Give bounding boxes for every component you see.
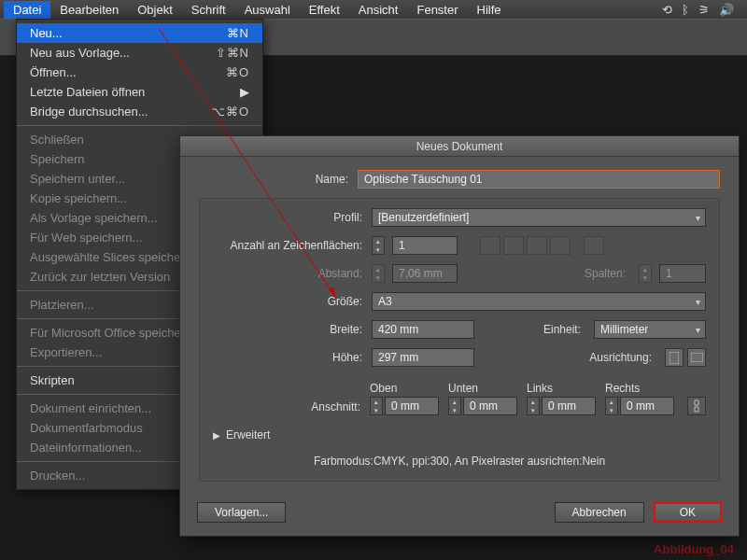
columns-stepper <box>639 264 652 283</box>
bleed-link-icon[interactable] <box>687 397 706 415</box>
menu-shortcut: ⌘N <box>227 26 249 40</box>
bleed-left-header: Links <box>527 382 596 395</box>
menu-objekt[interactable]: Objekt <box>128 1 182 19</box>
dialog-title: Neues Dokument <box>180 136 739 157</box>
cancel-button[interactable]: Abbrechen <box>555 502 644 523</box>
figure-caption: Abbildung_04 <box>654 542 734 556</box>
mode-summary: Farbmodus:CMYK, ppi:300, An Pixelraster … <box>213 455 706 468</box>
menu-bearbeiten[interactable]: Bearbeiten <box>50 1 128 19</box>
menu-item[interactable]: Bridge durchsuchen...⌥⌘O <box>17 102 262 121</box>
artboard-grid-rl-icon[interactable] <box>480 236 500 255</box>
menu-fenster[interactable]: Fenster <box>407 1 467 19</box>
artboard-row-rl-icon[interactable] <box>527 236 547 255</box>
height-label: Höhe: <box>213 351 372 364</box>
menu-item-label: Neu... <box>30 26 227 40</box>
ok-button[interactable]: OK <box>654 502 722 523</box>
orientation-landscape-icon[interactable] <box>687 348 706 367</box>
bleed-label: Anschnitt: <box>213 400 370 415</box>
spacing-label: Abstand: <box>213 267 372 280</box>
menu-shortcut: ⇧⌘N <box>216 46 249 60</box>
bleed-bottom-input[interactable] <box>463 397 517 415</box>
templates-button[interactable]: Vorlagen... <box>197 502 286 523</box>
bleed-top-stepper[interactable] <box>370 397 383 415</box>
advanced-label: Erweitert <box>226 428 270 441</box>
bleed-bottom-stepper[interactable] <box>448 397 461 415</box>
bleed-top-header: Oben <box>370 382 439 395</box>
bleed-right-header: Rechts <box>605 382 674 395</box>
name-input[interactable] <box>358 170 720 189</box>
wifi-icon: ⚞ <box>698 3 710 17</box>
width-label: Breite: <box>213 323 372 336</box>
bleed-right-input[interactable] <box>620 397 674 415</box>
artboard-row-lr-icon[interactable] <box>550 236 571 255</box>
spacing-stepper <box>372 264 385 283</box>
name-label: Name: <box>199 173 358 186</box>
units-label: Einheit: <box>543 323 588 336</box>
bleed-bottom-header: Unten <box>448 382 517 395</box>
bleed-left-input[interactable] <box>542 397 596 415</box>
menu-item[interactable]: Letzte Dateien öffnen▶ <box>17 82 262 102</box>
artboard-arrange-icon[interactable] <box>584 236 604 255</box>
orientation-label: Ausrichtung: <box>589 351 659 364</box>
settings-panel: Profil: [Benutzerdefiniert] Anzahl an Ze… <box>199 198 720 482</box>
artboards-label: Anzahl an Zeichenflächen: <box>213 239 372 252</box>
size-select[interactable]: A3 <box>372 292 706 311</box>
bluetooth-icon: ᛒ <box>682 3 689 17</box>
size-label: Größe: <box>213 295 372 308</box>
artboards-stepper[interactable] <box>372 236 385 255</box>
menu-item-label: Öffnen... <box>30 65 226 79</box>
menu-item[interactable]: Neu aus Vorlage...⇧⌘N <box>17 43 262 63</box>
menu-ansicht[interactable]: Ansicht <box>349 1 408 19</box>
menubar: Datei Bearbeiten Objekt Schrift Auswahl … <box>0 0 747 19</box>
units-select[interactable]: Millimeter <box>594 320 706 339</box>
svg-rect-1 <box>691 353 703 362</box>
spacing-input <box>392 264 458 283</box>
new-document-dialog: Neues Dokument Name: Profil: [Benutzerde… <box>179 135 740 537</box>
menu-schrift[interactable]: Schrift <box>182 1 235 19</box>
system-tray: ⟲ ᛒ ⚞ 🔊 <box>662 3 743 17</box>
menu-auswahl[interactable]: Auswahl <box>235 1 300 19</box>
menu-datei[interactable]: Datei <box>4 1 50 19</box>
menu-item-label: Neu aus Vorlage... <box>30 46 216 60</box>
menu-separator <box>17 125 262 126</box>
bleed-left-stepper[interactable] <box>527 397 540 415</box>
menu-item-label: Bridge durchsuchen... <box>30 105 211 119</box>
columns-input <box>659 264 706 283</box>
svg-rect-0 <box>669 352 679 364</box>
orientation-portrait-icon[interactable] <box>665 348 684 367</box>
menu-effekt[interactable]: Effekt <box>300 1 349 19</box>
profile-select[interactable]: [Benutzerdefiniert] <box>372 208 706 227</box>
menu-item[interactable]: Neu...⌘N <box>17 23 262 43</box>
profile-label: Profil: <box>213 211 372 224</box>
height-input[interactable] <box>372 348 474 367</box>
menu-item[interactable]: Öffnen...⌘O <box>17 63 262 82</box>
bleed-top-input[interactable] <box>385 397 439 415</box>
menu-shortcut: ⌥⌘O <box>211 105 249 119</box>
menu-shortcut: ⌘O <box>226 65 249 79</box>
menu-item-label: Letzte Dateien öffnen <box>30 85 240 99</box>
volume-icon: 🔊 <box>719 3 734 17</box>
artboard-grid-lr-icon[interactable] <box>503 236 524 255</box>
submenu-arrow-icon: ▶ <box>240 85 249 99</box>
artboards-input[interactable] <box>392 236 458 255</box>
disclosure-triangle-icon: ▶ <box>213 430 220 441</box>
advanced-disclosure[interactable]: ▶ Erweitert <box>213 428 706 441</box>
bleed-right-stepper[interactable] <box>605 397 618 415</box>
width-input[interactable] <box>372 320 474 339</box>
menu-hilfe[interactable]: Hilfe <box>468 1 511 19</box>
columns-label: Spalten: <box>585 267 633 280</box>
timemachine-icon: ⟲ <box>662 3 672 17</box>
